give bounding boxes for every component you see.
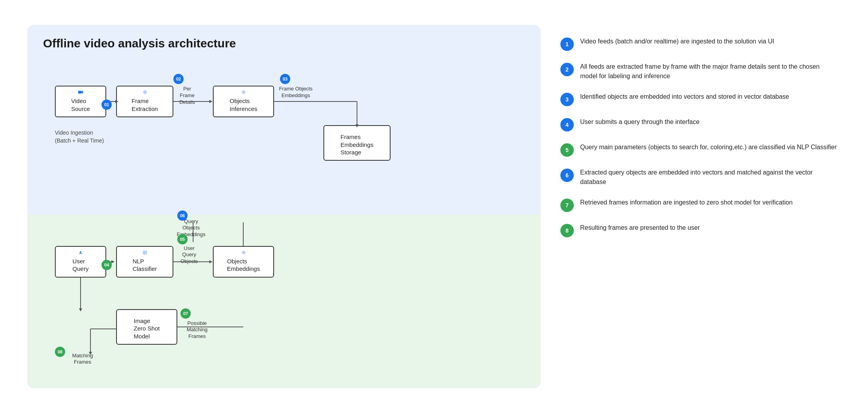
video-source-node: VideoSource	[55, 86, 106, 117]
nlp-classifier-node: NLPClassifier	[116, 246, 173, 278]
legend-item-6: 6 Extracted query objects are embedded i…	[560, 168, 837, 187]
top-section: Offline video analysis architecture Vide…	[27, 25, 541, 214]
legend-badge-2: 2	[560, 63, 574, 76]
legend-badge-7: 7	[560, 199, 574, 212]
bottom-arrows-svg	[43, 222, 398, 372]
badge-01: 01	[101, 99, 112, 110]
video-icon	[75, 90, 86, 94]
legend-text-8: Resulting frames are presented to the us…	[580, 223, 700, 233]
legend-item-2: 2 All feeds are extracted frame by frame…	[560, 62, 837, 81]
frames-storage-node: FramesEmbeddingsStorage	[323, 125, 391, 161]
user-query-objects-label: UserQueryObjects	[173, 245, 205, 265]
badge-08: 08	[55, 347, 65, 357]
svg-point-3	[144, 92, 145, 92]
legend-item-8: 8 Resulting frames are presented to the …	[560, 223, 837, 237]
bottom-section: UserQuery 04 NLPClassifier 05 UserQueryO…	[27, 214, 541, 388]
objects-inferences-node: ObjectsInferences	[213, 86, 274, 117]
matching-frames-label: MatchingFrames	[67, 353, 98, 366]
svg-marker-37	[79, 308, 82, 312]
badge-07: 07	[180, 308, 191, 319]
query-objects-label: QueryObjectsEmbeddings	[171, 218, 211, 238]
legend-item-4: 4 User submits a query through the inter…	[560, 117, 837, 131]
legend-text-7: Retrieved frames information are ingeste…	[580, 198, 793, 207]
zero-shot-label: ImageZero ShotModel	[134, 317, 160, 340]
legend-badge-5: 5	[560, 143, 574, 157]
objects-inferences-label: ObjectsInferences	[229, 97, 257, 113]
user-query-label: UserQuery	[73, 257, 89, 273]
legend-item-5: 5 Query main parameters (objects to sear…	[560, 143, 837, 157]
extraction-icon	[139, 90, 150, 94]
badge-04: 04	[101, 260, 112, 270]
objects-embeddings-label: ObjectsEmbeddings	[227, 257, 260, 273]
svg-point-20	[80, 251, 81, 253]
frame-objects-label: Frame ObjectsEmbeddings	[278, 86, 314, 99]
legend-badge-3: 3	[560, 93, 574, 106]
diagram-area: Offline video analysis architecture Vide…	[27, 25, 541, 388]
frame-extraction-label: FrameExtraction	[132, 97, 158, 113]
legend-badge-1: 1	[560, 38, 574, 51]
legend-text-1: Video feeds (batch and/or realtime) are …	[580, 37, 774, 46]
badge-03: 03	[280, 74, 290, 84]
badge-05: 05	[177, 234, 188, 244]
zero-shot-node: ImageZero ShotModel	[116, 309, 177, 345]
legend-badge-4: 4	[560, 118, 574, 131]
nlp-classifier-label: NLPClassifier	[133, 257, 157, 273]
user-icon	[75, 251, 86, 254]
legend-badge-6: 6	[560, 169, 574, 182]
legend-text-6: Extracted query objects are embedded int…	[580, 168, 837, 187]
svg-marker-30	[111, 260, 115, 263]
svg-marker-15	[209, 100, 212, 103]
frames-storage-label: FramesEmbeddingsStorage	[340, 133, 373, 156]
inference-icon	[238, 90, 250, 94]
legend-text-3: Identified objects are embedded into vec…	[580, 92, 789, 101]
possible-matching-label: PossibleMatching Frames	[179, 320, 215, 340]
page-container: Offline video analysis architecture Vide…	[19, 17, 849, 396]
legend-item-3: 3 Identified objects are embedded into v…	[560, 92, 837, 106]
embeddings-icon	[238, 251, 250, 254]
frame-extraction-node: FrameExtraction	[116, 86, 173, 117]
legend-item-1: 1 Video feeds (batch and/or realtime) ar…	[560, 37, 837, 51]
badge-06: 06	[177, 210, 188, 221]
legend-area: 1 Video feeds (batch and/or realtime) ar…	[556, 25, 841, 249]
video-source-label: VideoSource	[71, 97, 90, 113]
video-ingestion-label: Video Ingestion(Batch + Real Time)	[55, 129, 104, 145]
svg-rect-0	[78, 91, 81, 94]
legend-text-4: User submits a query through the interfa…	[580, 117, 699, 127]
diagram-title: Offline video analysis architecture	[43, 37, 525, 50]
badge-02: 02	[173, 74, 184, 84]
legend-text-5: Query main parameters (objects to search…	[580, 143, 837, 152]
svg-marker-1	[81, 91, 83, 94]
per-frame-details-label: PerFrameDetails	[173, 86, 201, 106]
nlp-icon	[139, 251, 150, 254]
objects-embeddings-node: ObjectsEmbeddings	[213, 246, 274, 278]
user-query-node: UserQuery	[55, 246, 106, 278]
legend-badge-8: 8	[560, 224, 574, 237]
svg-marker-32	[209, 260, 212, 263]
legend-text-2: All feeds are extracted frame by frame w…	[580, 62, 837, 81]
legend-item-7: 7 Retrieved frames information are inges…	[560, 198, 837, 212]
